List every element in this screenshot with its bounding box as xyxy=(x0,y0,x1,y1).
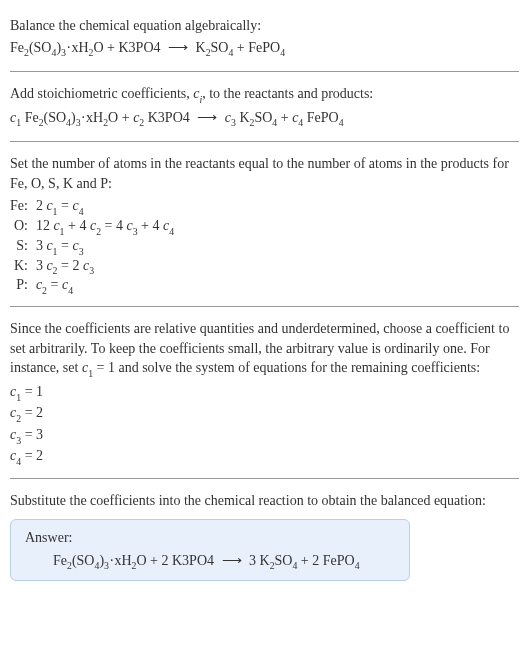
element-label: S: xyxy=(10,237,36,257)
table-row: Fe: 2 c1 = c4 xyxy=(10,197,180,217)
answer-equation: Fe2(SO4)3·xH2O + 2 K3PO4 ⟶ 3 K2SO4 + 2 F… xyxy=(25,552,395,571)
table-row: O: 12 c1 + 4 c2 = 4 c3 + 4 c4 xyxy=(10,217,180,237)
step3-text: Since the coefficients are relative quan… xyxy=(10,319,519,380)
coeff-line: c2 = 2 xyxy=(10,403,519,425)
table-row: P: c2 = c4 xyxy=(10,276,180,296)
element-label: Fe: xyxy=(10,197,36,217)
element-equation: 3 c2 = 2 c3 xyxy=(36,257,180,277)
answer-box: Answer: Fe2(SO4)3·xH2O + 2 K3PO4 ⟶ 3 K2S… xyxy=(10,519,410,582)
table-row: K: 3 c2 = 2 c3 xyxy=(10,257,180,277)
element-equation: c2 = c4 xyxy=(36,276,180,296)
step1-text: Add stoichiometric coefficients, ci, to … xyxy=(10,84,519,106)
coeff-line: c1 = 1 xyxy=(10,382,519,404)
element-label: P: xyxy=(10,276,36,296)
step3-section: Since the coefficients are relative quan… xyxy=(10,311,519,474)
step1-equation: c1 Fe2(SO4)3·xH2O + c2 K3PO4 ⟶ c3 K2SO4 … xyxy=(10,108,519,130)
table-row: S: 3 c1 = c3 xyxy=(10,237,180,257)
intro-equation: Fe2(SO4)3·xH2O + K3PO4 ⟶ K2SO4 + FePO4 xyxy=(10,38,519,60)
divider xyxy=(10,478,519,479)
coeff-line: c3 = 3 xyxy=(10,425,519,447)
step4-section: Substitute the coefficients into the che… xyxy=(10,483,519,587)
element-label: O: xyxy=(10,217,36,237)
divider xyxy=(10,71,519,72)
element-label: K: xyxy=(10,257,36,277)
intro-section: Balance the chemical equation algebraica… xyxy=(10,8,519,67)
step1-section: Add stoichiometric coefficients, ci, to … xyxy=(10,76,519,137)
element-equation: 2 c1 = c4 xyxy=(36,197,180,217)
step2-section: Set the number of atoms in the reactants… xyxy=(10,146,519,302)
answer-label: Answer: xyxy=(25,530,395,546)
coeff-line: c4 = 2 xyxy=(10,446,519,468)
divider xyxy=(10,141,519,142)
divider xyxy=(10,306,519,307)
element-equation: 3 c1 = c3 xyxy=(36,237,180,257)
coeff-list: c1 = 1 c2 = 2 c3 = 3 c4 = 2 xyxy=(10,382,519,468)
element-equation: 12 c1 + 4 c2 = 4 c3 + 4 c4 xyxy=(36,217,180,237)
step2-text: Set the number of atoms in the reactants… xyxy=(10,154,519,193)
intro-text: Balance the chemical equation algebraica… xyxy=(10,16,519,36)
atoms-table: Fe: 2 c1 = c4 O: 12 c1 + 4 c2 = 4 c3 + 4… xyxy=(10,197,180,296)
step4-text: Substitute the coefficients into the che… xyxy=(10,491,519,511)
